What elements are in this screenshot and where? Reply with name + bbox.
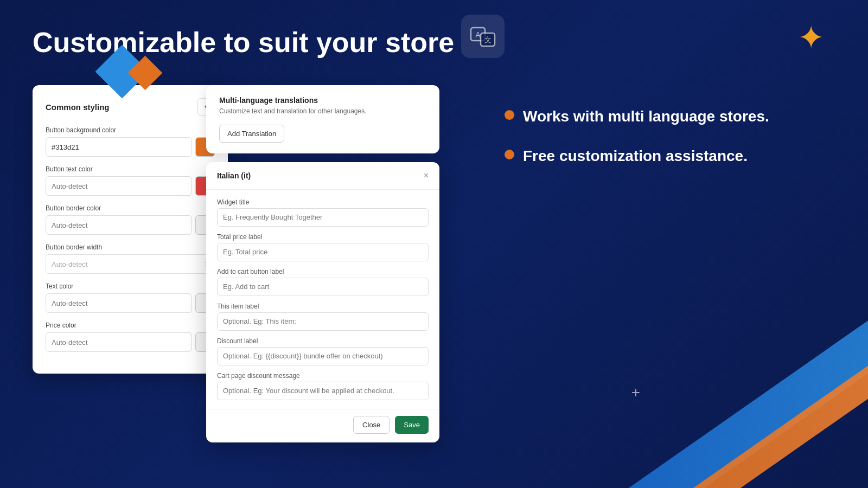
field-text-color: Text color — [46, 282, 215, 313]
field-label-price-color: Price color — [46, 322, 215, 329]
italian-modal-title: Italian (it) — [217, 171, 251, 180]
modal-input-cart-discount[interactable] — [217, 382, 429, 400]
translation-icon-box: A 文 — [461, 15, 505, 58]
modal-label-total-price: Total price label — [217, 233, 429, 241]
modal-field-widget-title: Widget title — [217, 198, 429, 227]
italian-modal-header: Italian (it) × — [206, 162, 439, 190]
modal-label-discount: Discount label — [217, 337, 429, 345]
multilang-desc: Customize text and translation for other… — [219, 107, 426, 116]
field-label-text-color: Text color — [46, 282, 215, 290]
modal-input-widget-title[interactable] — [217, 208, 429, 227]
modal-field-add-to-cart: Add to cart button label — [217, 268, 429, 296]
modal-input-add-to-cart[interactable] — [217, 278, 429, 296]
bullet-item-1: Works with multi language stores. — [505, 107, 835, 126]
field-label-btn-bg: Button background color — [46, 126, 215, 134]
multilang-title: Multi-language translations — [219, 96, 426, 105]
translate-icon: A 文 — [470, 23, 496, 49]
bullet-item-2: Free customization assistance. — [505, 146, 835, 166]
plus-cursor-icon: + — [631, 384, 640, 401]
modal-input-discount[interactable] — [217, 347, 429, 365]
field-btn-bg-color: Button background color — [46, 126, 215, 157]
field-btn-border-color: Button border color — [46, 204, 215, 235]
save-button[interactable]: Save — [395, 416, 429, 434]
btn-border-width-spinner: Auto-detect ▲ ▼ — [46, 254, 215, 274]
btn-bg-color-input[interactable] — [46, 137, 192, 157]
star-decoration: ✦ — [797, 22, 825, 54]
field-label-btn-text: Button text color — [46, 165, 215, 173]
bullet-text-1: Works with multi language stores. — [523, 107, 769, 126]
modal-label-add-to-cart: Add to cart button label — [217, 268, 429, 275]
modal-field-total-price: Total price label — [217, 233, 429, 261]
panel-header: Common styling ▾ — [46, 98, 215, 115]
price-color-input[interactable] — [46, 332, 192, 352]
multilang-card: Multi-language translations Customize te… — [206, 85, 439, 153]
modal-input-total-price[interactable] — [217, 243, 429, 261]
field-row-btn-text — [46, 176, 215, 196]
common-styling-panel: Common styling ▾ Button background color… — [33, 85, 228, 374]
svg-text:文: 文 — [484, 36, 492, 44]
modal-label-this-item: This item label — [217, 303, 429, 310]
modal-field-this-item: This item label — [217, 303, 429, 331]
modal-area: A 文 Multi-language translations Customiz… — [206, 85, 439, 442]
translation-icon-area: A 文 — [461, 15, 505, 58]
bullet-dot-2 — [505, 150, 514, 159]
modal-input-this-item[interactable] — [217, 312, 429, 331]
close-modal-button[interactable]: Close — [353, 416, 390, 434]
field-row-text-color — [46, 293, 215, 313]
page-title: Customizable to suit your store — [33, 27, 835, 58]
modal-label-widget-title: Widget title — [217, 198, 429, 206]
bullet-text-2: Free customization assistance. — [523, 146, 748, 166]
btn-border-color-input[interactable] — [46, 215, 192, 235]
field-row-price-color — [46, 332, 215, 352]
btn-border-width-value: Auto-detect — [52, 260, 88, 268]
modal-field-cart-discount: Cart page discount message — [217, 372, 429, 400]
field-btn-text-color: Button text color — [46, 165, 215, 196]
italian-modal-body: Widget title Total price label Add to ca… — [206, 190, 439, 409]
btn-text-color-input[interactable] — [46, 176, 192, 196]
content-row: Common styling ▾ Button background color… — [33, 85, 835, 442]
text-color-input[interactable] — [46, 293, 192, 313]
italian-modal: Italian (it) × Widget title Total price … — [206, 162, 439, 442]
bullet-dot-1 — [505, 110, 514, 120]
italian-modal-footer: Close Save — [206, 409, 439, 442]
star-icon: ✦ — [797, 22, 825, 54]
field-row-btn-bg — [46, 137, 215, 157]
field-btn-border-width: Button border width Auto-detect ▲ ▼ — [46, 243, 215, 274]
italian-modal-close-button[interactable]: × — [424, 171, 429, 181]
main-content: Customizable to suit your store Common s… — [0, 0, 868, 488]
field-label-btn-border-width: Button border width — [46, 243, 215, 251]
panel-title: Common styling — [46, 102, 110, 112]
add-translation-button[interactable]: Add Translation — [219, 125, 284, 143]
field-price-color: Price color — [46, 322, 215, 352]
modal-label-cart-discount: Cart page discount message — [217, 372, 429, 380]
field-label-btn-border: Button border color — [46, 204, 215, 212]
field-row-btn-border — [46, 215, 215, 235]
modal-field-discount-label: Discount label — [217, 337, 429, 365]
right-text-area: Works with multi language stores. Free c… — [505, 85, 835, 185]
field-row-btn-border-width: Auto-detect ▲ ▼ — [46, 254, 215, 274]
